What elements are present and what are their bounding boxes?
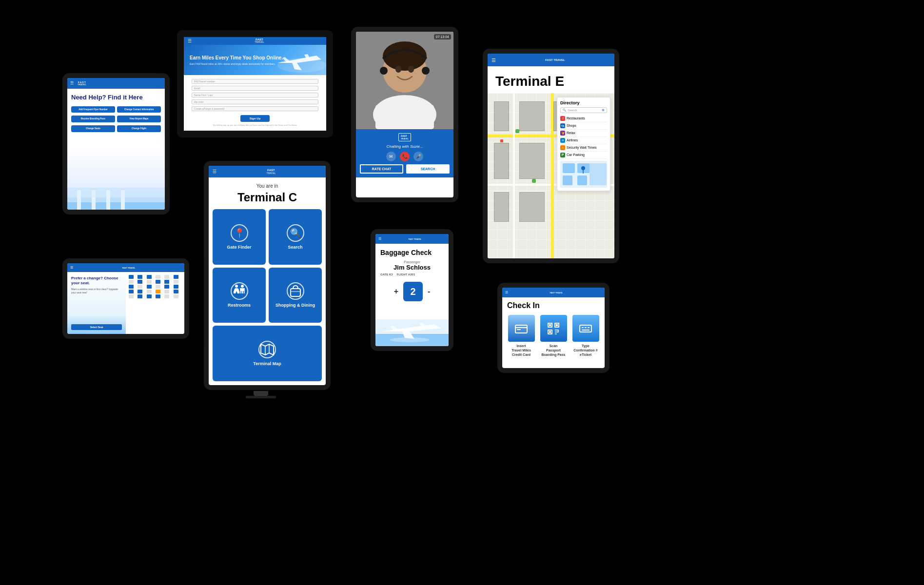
seat-2b[interactable] bbox=[138, 280, 142, 284]
restrooms-button[interactable]: Restrooms bbox=[213, 268, 266, 323]
seat-4e[interactable] bbox=[164, 290, 169, 293]
seat-3f[interactable] bbox=[174, 285, 178, 289]
seat-2d[interactable] bbox=[156, 280, 160, 284]
checkin-type-label: TypeConfirmation #eTicket bbox=[573, 344, 597, 357]
svg-marker-28 bbox=[261, 344, 274, 355]
seat-5f[interactable] bbox=[174, 294, 178, 298]
seat-3e[interactable] bbox=[164, 285, 169, 289]
seat-1f[interactable] bbox=[174, 275, 178, 279]
dir-item-airlines[interactable]: ✈ Airlines bbox=[560, 137, 607, 144]
checkin-logo: FAST TRAVEL bbox=[550, 292, 563, 294]
checkin-type-icon bbox=[572, 315, 599, 342]
chat-end-call-button[interactable]: 📞 bbox=[400, 152, 410, 161]
baggage-passenger-name: Jim Schloss bbox=[380, 264, 444, 271]
svg-point-33 bbox=[390, 337, 429, 342]
help-btn-contact[interactable]: Change Contact Information bbox=[117, 106, 161, 113]
terminal-e-menu-icon[interactable]: ☰ bbox=[491, 58, 496, 63]
seat-2f[interactable] bbox=[174, 280, 178, 284]
directory-search-input[interactable]: 🔍 Search ⊕ bbox=[560, 107, 607, 113]
seat-4a[interactable] bbox=[129, 290, 134, 293]
device-baggage-tablet: ☰ FAST TRAVEL Baggage Check Passenger Ji… bbox=[371, 229, 453, 351]
seat-5b[interactable] bbox=[138, 294, 142, 298]
checkin-top-bar: ☰ FAST TRAVEL bbox=[502, 288, 605, 297]
chat-search-button[interactable]: SEARCH bbox=[406, 164, 450, 174]
checkin-scan-option[interactable]: ScanPassportBoarding Pass bbox=[539, 315, 568, 357]
gate-finder-label: Gate Finder bbox=[227, 245, 251, 250]
seat-2c[interactable] bbox=[147, 280, 152, 284]
seat-1e[interactable] bbox=[164, 275, 169, 279]
baggage-menu-icon[interactable]: ☰ bbox=[378, 237, 381, 241]
miles-input-email[interactable]: Email bbox=[192, 86, 318, 91]
device-chat-tablet: 07:13:04 FAST TRAVEL Chatting with Suzie… bbox=[351, 27, 458, 202]
gate-finder-icon: 📍 bbox=[231, 224, 248, 242]
seat-3d[interactable] bbox=[156, 285, 160, 289]
help-btn-frequent-flyer[interactable]: Add Frequent Flyer Number bbox=[71, 106, 115, 113]
seat-4d[interactable] bbox=[156, 290, 160, 293]
seat-3c[interactable] bbox=[147, 285, 152, 289]
seat-5d[interactable] bbox=[156, 294, 160, 298]
miles-signup-button[interactable]: Sign Up bbox=[240, 115, 270, 122]
miles-input-zip[interactable]: Zip code bbox=[192, 99, 318, 104]
checkin-title: Check In bbox=[507, 301, 600, 310]
seat-3b[interactable] bbox=[138, 285, 142, 289]
baggage-decrement-button[interactable]: + bbox=[394, 287, 398, 296]
dir-item-relax[interactable]: 💆 Relax bbox=[560, 130, 607, 137]
seat-2e[interactable] bbox=[164, 280, 169, 284]
help-btn-seats[interactable]: Change Seats bbox=[71, 125, 115, 132]
terminal-map-button[interactable]: Terminal Map bbox=[213, 326, 322, 381]
baggage-counter-row: + 2 - bbox=[380, 282, 444, 301]
dir-item-security[interactable]: 🔒 Security Wait Times bbox=[560, 144, 607, 152]
miles-menu-icon[interactable]: ☰ bbox=[188, 39, 192, 43]
baggage-gate: GATE K3 bbox=[380, 273, 393, 276]
seat-5a[interactable] bbox=[129, 294, 134, 298]
dir-item-parking[interactable]: P Car Parking bbox=[560, 152, 607, 159]
chat-face-placeholder bbox=[356, 32, 453, 129]
help-content: Need Help? Find it Here Add Frequent Fly… bbox=[67, 89, 165, 188]
dir-item-restaurants[interactable]: 🍴 Restaurants bbox=[560, 115, 607, 122]
shopping-dining-button[interactable]: Shopping & Dining bbox=[269, 268, 322, 323]
chat-message-icon[interactable]: ✉ bbox=[386, 152, 396, 161]
seat-2a[interactable] bbox=[129, 280, 134, 284]
seat-4c[interactable] bbox=[147, 290, 152, 293]
seat-select-button[interactable]: Select Seat bbox=[71, 324, 122, 330]
svg-rect-21 bbox=[577, 176, 587, 185]
help-menu-icon[interactable]: ☰ bbox=[70, 81, 74, 85]
device-miles-monitor: ☰ FAST TRAVEL Earn Miles Every Time You … bbox=[177, 30, 333, 137]
seat-menu-icon[interactable]: ☰ bbox=[70, 266, 73, 270]
terminal-e-map: Directory 🔍 Search ⊕ 🍴 Restaurants 🛍 Sho… bbox=[488, 93, 614, 258]
seat-4b[interactable] bbox=[138, 290, 142, 293]
miles-input-number[interactable]: FASTtravel number bbox=[192, 79, 318, 84]
rate-chat-button[interactable]: RATE CHAT bbox=[360, 164, 403, 174]
help-btn-boarding[interactable]: Receive Boarding Pass bbox=[71, 116, 115, 122]
seat-1b[interactable] bbox=[138, 275, 142, 279]
checkin-insert-option[interactable]: InsertTravel MilesCredit Card bbox=[507, 315, 535, 357]
help-logo: FAST TRAVEL bbox=[78, 81, 87, 86]
checkin-type-option[interactable]: TypeConfirmation #eTicket bbox=[571, 315, 600, 357]
dir-item-shops[interactable]: 🛍 Shops bbox=[560, 122, 607, 130]
checkin-menu-icon[interactable]: ☰ bbox=[505, 291, 508, 294]
svg-rect-1 bbox=[67, 202, 165, 210]
chat-controls: ✉ 📞 🎤 bbox=[386, 152, 423, 161]
help-footer-image bbox=[67, 188, 165, 210]
baggage-increment-button[interactable]: - bbox=[428, 287, 430, 296]
seat-1a[interactable] bbox=[129, 275, 134, 279]
miles-input-password[interactable]: Create a/Forgot a password bbox=[192, 106, 318, 111]
search-label: Search bbox=[288, 245, 302, 250]
gate-finder-button[interactable]: 📍 Gate Finder bbox=[213, 209, 266, 265]
help-btn-flight[interactable]: Change Flight bbox=[117, 125, 161, 132]
checkin-insert-label: InsertTravel MilesCredit Card bbox=[511, 344, 531, 357]
seat-5e[interactable] bbox=[164, 294, 169, 298]
restaurants-icon: 🍴 bbox=[560, 116, 565, 121]
device-help-tablet: ☰ FAST TRAVEL Need Help? Find it Here Ad… bbox=[62, 73, 170, 214]
seat-3a[interactable] bbox=[129, 285, 134, 289]
relax-icon: 💆 bbox=[560, 131, 565, 136]
help-btn-maps[interactable]: View Airport Maps bbox=[117, 116, 161, 122]
miles-input-name[interactable]: Name First / Last bbox=[192, 93, 318, 98]
chat-mute-icon[interactable]: 🎤 bbox=[413, 152, 423, 161]
seat-1c[interactable] bbox=[147, 275, 152, 279]
seat-1d[interactable] bbox=[156, 275, 160, 279]
seat-5c[interactable] bbox=[147, 294, 152, 298]
terminal-c-menu-icon[interactable]: ☰ bbox=[213, 169, 216, 174]
seat-4f[interactable] bbox=[174, 290, 178, 293]
search-button[interactable]: 🔍 Search bbox=[269, 209, 322, 265]
